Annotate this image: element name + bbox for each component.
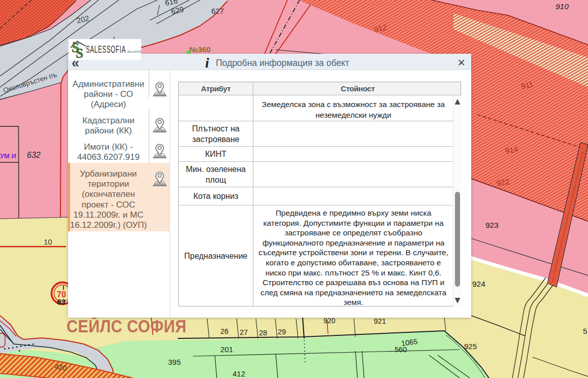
svg-text:28: 28 [259,329,267,337]
svg-text:921: 921 [374,317,386,325]
svg-text:СЕЙЛС СОФИЯ: СЕЙЛС СОФИЯ [67,316,186,336]
svg-text:63: 63 [57,297,66,306]
svg-text:29: 29 [278,328,286,336]
svg-text:УМ И: УМ И [0,152,16,160]
svg-text:920: 920 [323,317,336,325]
svg-text:SALESSOFIA: SALESSOFIA [86,43,126,54]
svg-text:925: 925 [464,342,477,351]
svg-text:632: 632 [27,151,41,159]
svg-text:5: 5 [583,327,587,335]
svg-text:10: 10 [44,237,52,246]
svg-text:26: 26 [220,327,228,335]
svg-text:REAL ESTATE: REAL ESTATE [127,50,141,53]
svg-text:923: 923 [485,221,499,229]
svg-text:627: 627 [211,7,224,15]
svg-text:412: 412 [233,369,245,378]
svg-text:395: 395 [168,358,181,366]
svg-text:№360: №360 [189,45,211,54]
svg-text:27: 27 [240,328,248,336]
svg-text:201: 201 [220,345,233,354]
svg-text:924: 924 [472,280,485,288]
svg-text:910: 910 [556,2,569,11]
svg-text:S: S [76,46,83,59]
